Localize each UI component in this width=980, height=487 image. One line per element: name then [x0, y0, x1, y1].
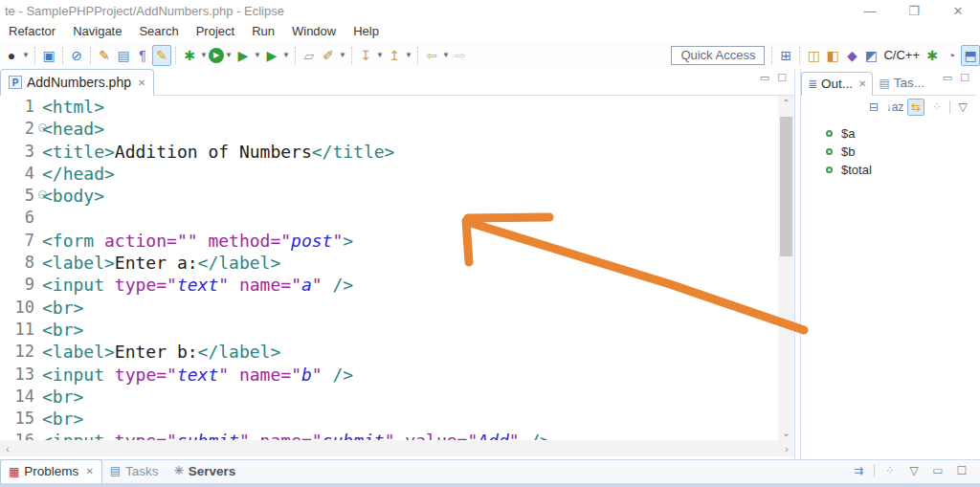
- profile-icon-dropdown[interactable]: ▼: [281, 51, 291, 59]
- outline-item-b[interactable]: $b: [826, 143, 977, 161]
- bottom-tab-label: Problems: [24, 464, 78, 478]
- tab-addnumbers-php[interactable]: P AddNumbers.php ✕: [0, 69, 154, 96]
- sort-icon[interactable]: ↓az: [886, 99, 903, 116]
- filters-icon[interactable]: ⁘: [881, 462, 899, 479]
- new-wizard-icon-dropdown[interactable]: ▼: [21, 51, 31, 59]
- restore-icon[interactable]: ❐: [892, 4, 936, 18]
- back-icon-dropdown[interactable]: ▼: [441, 51, 451, 59]
- search-icon-dropdown[interactable]: ▼: [338, 51, 347, 59]
- outline-tab-label: Out...: [821, 77, 853, 91]
- line-number: 12: [0, 341, 40, 363]
- menu-item-project[interactable]: Project: [188, 24, 243, 38]
- maximize-icon[interactable]: ☐: [777, 72, 787, 84]
- outline-item-label: $b: [841, 144, 855, 159]
- view-menu-icon[interactable]: ▽: [905, 462, 923, 479]
- outline-icon: ≣: [808, 77, 817, 91]
- open-perspective-icon[interactable]: ⊞: [776, 45, 795, 66]
- minimize-icon[interactable]: ▭: [760, 72, 769, 84]
- show-whitespace-icon[interactable]: ¶: [133, 45, 152, 66]
- tab-tasks[interactable]: ▤Tasks: [102, 459, 167, 483]
- menu-item-navigate[interactable]: Navigate: [64, 24, 130, 38]
- tasks-tab-label: Tas...: [894, 76, 924, 90]
- back-icon[interactable]: ⇦: [422, 45, 441, 66]
- maximize-icon[interactable]: ☐: [960, 72, 969, 84]
- link-with-editor-icon[interactable]: ⇆: [907, 99, 924, 116]
- code-editor[interactable]: 12−345−678910111213141516 <html><head><t…: [0, 96, 794, 440]
- previous-annotation-icon[interactable]: ↥: [385, 45, 404, 66]
- toolbar: ●▼▣⊘✎▤¶✎✱▼▶▼▶▼▶▼▱✐▼↧▼↥▼⇦▼⇨Quick Access⊞◫…: [0, 41, 980, 69]
- debug-icon[interactable]: ✱: [180, 45, 199, 66]
- collapse-all-icon[interactable]: ⊟: [865, 99, 882, 116]
- code-pane[interactable]: <html><head><title>Addition of Numbers</…: [42, 96, 777, 440]
- cpp-perspective-icon[interactable]: ◩: [861, 45, 880, 66]
- problems-icon: ▦: [9, 465, 19, 478]
- menu-item-help[interactable]: Help: [345, 24, 388, 38]
- minimize-icon[interactable]: ▭: [943, 72, 952, 84]
- format-icon[interactable]: ✎: [152, 45, 171, 66]
- line-number: 14: [0, 386, 40, 408]
- line-number: 13: [0, 364, 40, 386]
- servers-icon: ✳: [174, 464, 184, 477]
- view-menu-icon[interactable]: ▽: [954, 99, 971, 116]
- html-file-icon[interactable]: ▤: [114, 45, 133, 66]
- menu-item-search[interactable]: Search: [130, 24, 187, 38]
- maximize-icon[interactable]: ☐: [953, 462, 970, 479]
- last-edit-location-icon[interactable]: ↧: [356, 45, 375, 66]
- menu-item-refactor[interactable]: Refactor: [0, 24, 64, 38]
- tab-problems[interactable]: ▦Problems✕: [0, 459, 102, 483]
- run-icon-dropdown[interactable]: ▼: [224, 51, 234, 59]
- debug-icon-dropdown[interactable]: ▼: [199, 51, 209, 59]
- line-number: 15: [0, 408, 40, 430]
- new-wizard-icon[interactable]: ●: [2, 45, 21, 66]
- close-icon[interactable]: ✕: [858, 78, 866, 89]
- open-resource-icon[interactable]: ▱: [300, 45, 319, 66]
- close-icon[interactable]: ✕: [138, 77, 145, 88]
- scroll-down-icon[interactable]: ⌄: [778, 428, 794, 438]
- outline-tabstrip: ≣ Out... ✕ ▤ Tas... ▭ ☐: [801, 69, 977, 96]
- scroll-left-icon[interactable]: ‹: [6, 443, 10, 454]
- vertical-scrollbar[interactable]: ⌃ ⌄: [778, 96, 794, 440]
- planning-perspective-icon[interactable]: ◫: [804, 45, 823, 66]
- tab-servers[interactable]: ✳Servers: [167, 459, 244, 483]
- eclipse-window: te - SamplePHPProject/AddNumbers.php - E…: [0, 0, 980, 487]
- php-perspective-icon[interactable]: ⬒: [961, 45, 980, 66]
- run-on-server-icon-dropdown[interactable]: ▼: [253, 51, 262, 59]
- menu-item-run[interactable]: Run: [243, 24, 283, 38]
- new-php-file-icon[interactable]: ✎: [95, 45, 114, 66]
- debug-perspective-icon[interactable]: ✱: [923, 45, 942, 66]
- team-perspective-icon[interactable]: ◔: [942, 45, 961, 66]
- console-icon[interactable]: ▣: [39, 45, 58, 66]
- run-icon[interactable]: ▶: [209, 48, 224, 63]
- close-icon[interactable]: ✕: [936, 4, 980, 18]
- profile-icon[interactable]: ▶: [262, 45, 281, 66]
- outline-item-total[interactable]: $total: [826, 161, 977, 179]
- git-perspective-icon[interactable]: ◧: [823, 45, 842, 66]
- link-with-editor-icon[interactable]: ⇉: [850, 462, 867, 479]
- java-perspective-icon[interactable]: ◆: [842, 45, 861, 66]
- last-edit-location-icon-dropdown[interactable]: ▼: [375, 51, 385, 59]
- forward-icon[interactable]: ⇨: [451, 45, 470, 66]
- previous-annotation-icon-dropdown[interactable]: ▼: [404, 51, 413, 59]
- menubar: RefactorNavigateSearchProjectRunWindowHe…: [0, 21, 980, 41]
- line-number: 9: [0, 274, 40, 296]
- close-icon[interactable]: ✕: [85, 466, 93, 476]
- mark-occurrences-icon[interactable]: ⊘: [67, 45, 86, 66]
- scroll-right-icon[interactable]: ›: [785, 443, 789, 454]
- menu-item-window[interactable]: Window: [283, 24, 345, 38]
- minimize-icon[interactable]: —: [848, 4, 892, 18]
- cpp-perspective-icon-label[interactable]: C/C++: [880, 48, 923, 62]
- horizontal-scrollbar[interactable]: ‹ ›: [0, 440, 794, 456]
- bottom-tab-label: Servers: [189, 464, 236, 478]
- quick-access-input[interactable]: Quick Access: [671, 46, 765, 65]
- search-icon[interactable]: ✐: [319, 45, 338, 66]
- scroll-up-icon[interactable]: ⌃: [778, 98, 794, 108]
- outline-item-a[interactable]: $a: [826, 124, 977, 143]
- tab-outline[interactable]: ≣ Out... ✕: [801, 72, 873, 96]
- minimize-icon[interactable]: ▭: [929, 462, 947, 479]
- scrollbar-thumb[interactable]: [780, 117, 792, 256]
- code-line: <label>Enter b:</label>: [42, 341, 777, 363]
- variable-icon: [826, 148, 833, 155]
- run-on-server-icon[interactable]: ▶: [234, 45, 253, 66]
- tab-tasks[interactable]: ▤ Tas...: [873, 72, 930, 95]
- filters-icon[interactable]: ⁘: [928, 99, 946, 116]
